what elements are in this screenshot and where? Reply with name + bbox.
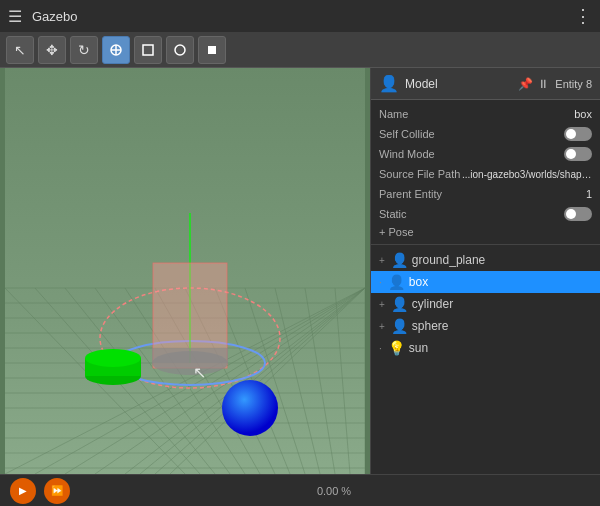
prop-source-file: Source File Path ...ion-gazebo3/worlds/s…: [371, 164, 600, 184]
prop-self-collide-toggle[interactable]: [564, 127, 592, 141]
prop-wind-mode-toggle[interactable]: [564, 147, 592, 161]
tree-item-cylinder[interactable]: + 👤 cylinder: [371, 293, 600, 315]
svg-point-49: [85, 349, 141, 367]
cylinder-shape-button[interactable]: [198, 36, 226, 64]
person-icon: 👤: [388, 274, 405, 290]
person-icon: 👤: [391, 252, 408, 268]
prop-source-file-label: Source File Path: [379, 168, 462, 180]
main-layout: ↖ 👤 Model 📌 ⏸ Entity 8 Name box Self Col…: [0, 68, 600, 474]
unknown-tool-button[interactable]: [102, 36, 130, 64]
toolbar: ↖ ✥ ↻: [0, 32, 600, 68]
expand-icon: +: [379, 299, 385, 310]
tree-item-label: sun: [409, 341, 428, 355]
lightbulb-icon: 💡: [388, 340, 405, 356]
statusbar: ▶ ⏩ 0.00 %: [0, 474, 600, 506]
prop-parent-entity-label: Parent Entity: [379, 188, 586, 200]
tree-item-label: sphere: [412, 319, 449, 333]
model-person-icon: 👤: [379, 74, 399, 93]
expand-icon: +: [379, 321, 385, 332]
svg-rect-3: [143, 45, 153, 55]
prop-self-collide: Self Collide: [371, 124, 600, 144]
entity-tree: + 👤 ground_plane · 👤 box + 👤 cylinder + …: [371, 245, 600, 474]
svg-rect-5: [208, 46, 216, 54]
move-tool-button[interactable]: ✥: [38, 36, 66, 64]
expand-icon: ·: [379, 343, 382, 354]
pause-icon[interactable]: ⏸: [537, 77, 549, 91]
prop-static: Static: [371, 204, 600, 224]
app-title: Gazebo: [32, 9, 574, 24]
entity-label: Entity 8: [555, 78, 592, 90]
pin-icon[interactable]: 📌: [518, 77, 533, 91]
percent-display: 0.00 %: [78, 485, 590, 497]
prop-source-file-value: ...ion-gazebo3/worlds/shapes.sdf: [462, 169, 592, 180]
prop-wind-mode-label: Wind Mode: [379, 148, 564, 160]
rotate-tool-button[interactable]: ↻: [70, 36, 98, 64]
tree-item-ground-plane[interactable]: + 👤 ground_plane: [371, 249, 600, 271]
header-icons: 📌 ⏸: [518, 77, 549, 91]
tree-item-box[interactable]: · 👤 box: [371, 271, 600, 293]
model-header: 👤 Model 📌 ⏸ Entity 8: [371, 68, 600, 100]
tree-item-label: box: [409, 275, 428, 289]
svg-text:↖: ↖: [193, 364, 206, 381]
right-panel: 👤 Model 📌 ⏸ Entity 8 Name box Self Colli…: [370, 68, 600, 474]
tree-item-sphere[interactable]: + 👤 sphere: [371, 315, 600, 337]
properties-panel: Name box Self Collide Wind Mode Source F…: [371, 100, 600, 245]
svg-point-4: [175, 45, 185, 55]
prop-parent-entity: Parent Entity 1: [371, 184, 600, 204]
pose-row[interactable]: + Pose: [371, 224, 600, 240]
select-tool-button[interactable]: ↖: [6, 36, 34, 64]
model-title: Model: [405, 77, 512, 91]
expand-icon: +: [379, 255, 385, 266]
prop-static-label: Static: [379, 208, 564, 220]
svg-rect-46: [152, 348, 228, 363]
prop-wind-mode: Wind Mode: [371, 144, 600, 164]
prop-parent-entity-value: 1: [586, 188, 592, 200]
tree-item-sun[interactable]: · 💡 sun: [371, 337, 600, 359]
menu-icon[interactable]: ☰: [8, 7, 22, 26]
fast-forward-button[interactable]: ⏩: [44, 478, 70, 504]
scene-svg: ↖: [0, 68, 370, 474]
more-options-icon[interactable]: ⋮: [574, 5, 592, 27]
tree-item-label: ground_plane: [412, 253, 485, 267]
prop-name-value: box: [574, 108, 592, 120]
titlebar: ☰ Gazebo ⋮: [0, 0, 600, 32]
3d-viewport[interactable]: ↖: [0, 68, 370, 474]
prop-static-toggle[interactable]: [564, 207, 592, 221]
play-button[interactable]: ▶: [10, 478, 36, 504]
prop-self-collide-label: Self Collide: [379, 128, 564, 140]
svg-point-50: [222, 380, 278, 436]
person-icon: 👤: [391, 318, 408, 334]
box-shape-button[interactable]: [134, 36, 162, 64]
sphere-shape-button[interactable]: [166, 36, 194, 64]
prop-name: Name box: [371, 104, 600, 124]
tree-item-label: cylinder: [412, 297, 453, 311]
pose-expand-icon: + Pose: [379, 226, 414, 238]
expand-icon: ·: [379, 277, 382, 288]
person-icon: 👤: [391, 296, 408, 312]
prop-name-label: Name: [379, 108, 574, 120]
